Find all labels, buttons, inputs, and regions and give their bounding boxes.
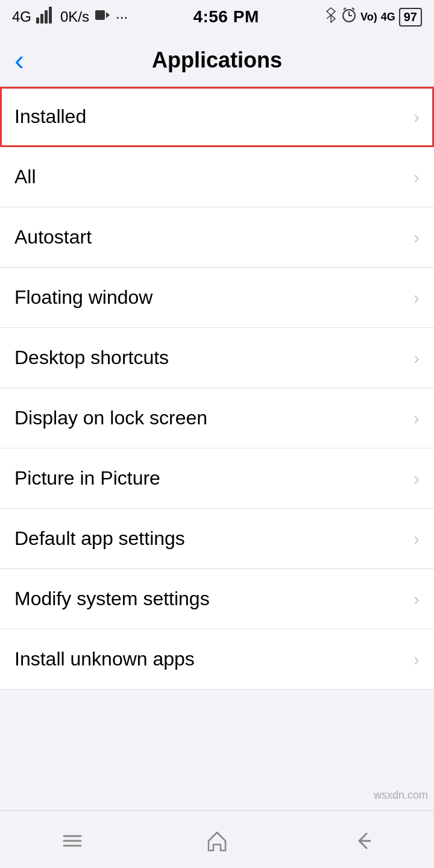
menu-item-label-floating-window: Floating window — [14, 286, 153, 309]
svg-line-11 — [352, 8, 354, 10]
menu-list: Installed›All›Autostart›Floating window›… — [0, 87, 434, 690]
menu-item-label-picture-in-picture: Picture in Picture — [14, 467, 160, 489]
network-indicator: 4G — [12, 8, 31, 25]
status-left: 4G 0K/s ··· — [12, 7, 128, 27]
bluetooth-icon — [324, 7, 338, 27]
menu-item-floating-window[interactable]: Floating window› — [0, 268, 434, 328]
menu-item-label-installed: Installed — [14, 105, 86, 128]
lte-indicator: 4G — [381, 11, 395, 24]
chevron-icon-display-lock-screen: › — [414, 408, 420, 429]
svg-rect-0 — [36, 17, 39, 24]
menu-item-picture-in-picture[interactable]: Picture in Picture› — [0, 448, 434, 509]
time-display: 4:56 PM — [193, 7, 259, 27]
menu-item-installed[interactable]: Installed› — [0, 87, 434, 147]
menu-item-label-display-lock-screen: Display on lock screen — [14, 407, 207, 429]
chevron-icon-modify-system-settings: › — [414, 589, 420, 609]
menu-item-label-install-unknown-apps: Install unknown apps — [14, 648, 195, 670]
nav-back-icon[interactable] — [348, 828, 375, 854]
menu-item-label-autostart: Autostart — [14, 226, 92, 248]
svg-rect-2 — [45, 10, 48, 24]
menu-item-label-modify-system-settings: Modify system settings — [14, 588, 210, 610]
battery-indicator: 97 — [399, 8, 422, 27]
nav-menu-icon[interactable] — [59, 828, 86, 854]
svg-rect-4 — [95, 10, 105, 20]
volte-indicator: Vo) — [360, 11, 377, 24]
footer-space — [0, 690, 434, 810]
svg-rect-1 — [40, 14, 43, 24]
recording-icon — [94, 7, 111, 27]
chevron-icon-picture-in-picture: › — [414, 468, 420, 489]
speed-indicator: 0K/s — [60, 8, 89, 25]
back-button[interactable] — [14, 46, 24, 75]
chevron-icon-all: › — [414, 167, 420, 187]
chevron-icon-install-unknown-apps: › — [414, 649, 420, 670]
menu-item-label-all: All — [14, 166, 36, 188]
svg-line-6 — [327, 15, 331, 19]
menu-item-install-unknown-apps[interactable]: Install unknown apps› — [0, 629, 434, 690]
menu-item-autostart[interactable]: Autostart› — [0, 207, 434, 268]
page-header: Applications — [0, 34, 434, 87]
menu-item-label-desktop-shortcuts: Desktop shortcuts — [14, 347, 169, 369]
chevron-icon-autostart: › — [414, 227, 420, 248]
menu-item-default-app-settings[interactable]: Default app settings› — [0, 509, 434, 569]
more-icon: ··· — [116, 8, 128, 25]
signal-bars — [36, 7, 55, 27]
menu-item-modify-system-settings[interactable]: Modify system settings› — [0, 569, 434, 629]
status-right: Vo) 4G 97 — [324, 7, 422, 27]
chevron-icon-installed: › — [414, 107, 420, 127]
menu-item-display-lock-screen[interactable]: Display on lock screen› — [0, 388, 434, 448]
nav-home-icon[interactable] — [204, 828, 230, 854]
status-bar: 4G 0K/s ··· 4:56 PM — [0, 0, 434, 34]
watermark: wsxdn.com — [374, 789, 428, 802]
chevron-icon-floating-window: › — [414, 288, 420, 308]
svg-marker-5 — [106, 12, 110, 18]
menu-item-all[interactable]: All› — [0, 147, 434, 207]
svg-rect-3 — [49, 7, 52, 24]
navigation-bar — [0, 810, 434, 868]
chevron-icon-default-app-settings: › — [414, 529, 420, 549]
svg-line-10 — [344, 8, 346, 10]
menu-item-desktop-shortcuts[interactable]: Desktop shortcuts› — [0, 328, 434, 388]
chevron-icon-desktop-shortcuts: › — [414, 348, 420, 368]
page-title: Applications — [152, 48, 282, 73]
alarm-icon — [341, 7, 357, 27]
menu-item-label-default-app-settings: Default app settings — [14, 527, 185, 550]
